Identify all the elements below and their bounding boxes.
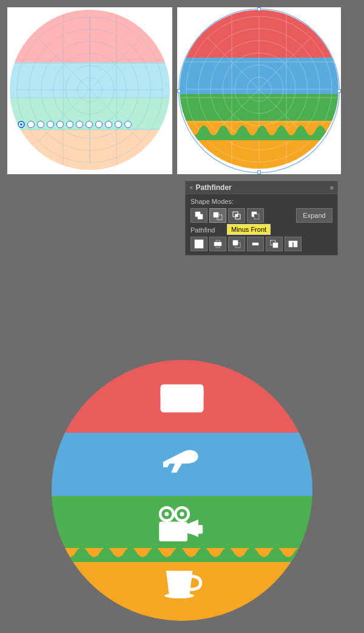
dot-9: [105, 121, 112, 128]
svg-point-61: [180, 512, 184, 516]
svg-rect-32: [198, 214, 203, 219]
unite-icon: [194, 211, 204, 220]
minus-front-icon: [213, 211, 223, 220]
svg-rect-66: [169, 595, 190, 597]
right-wavy-border: [180, 121, 339, 140]
right-polar-grid: [180, 10, 339, 169]
bottom-circle: [52, 360, 312, 621]
svg-rect-57: [160, 390, 203, 396]
dot-markers-row: [18, 121, 162, 128]
divide-button[interactable]: [285, 237, 302, 251]
dot-3: [47, 121, 54, 128]
svg-rect-62: [159, 521, 187, 541]
panel-header-left: × Pathfinder: [189, 183, 232, 192]
minus-back-button[interactable]: [266, 237, 283, 251]
shape-modes-label: Shape Modes:: [190, 198, 332, 205]
left-polar-grid: [10, 10, 170, 170]
dot-6: [76, 121, 83, 128]
svg-rect-40: [254, 214, 257, 217]
outline-icon: [251, 239, 260, 249]
divide-icon: [288, 239, 298, 249]
handle-left: [177, 89, 181, 93]
svg-rect-42: [199, 240, 203, 244]
svg-rect-49: [252, 243, 258, 245]
minus-back-icon: [269, 239, 279, 249]
right-diagram-section: [177, 7, 341, 174]
shape-modes-buttons: Expand: [190, 208, 332, 223]
bottom-circle-container: [52, 360, 312, 621]
dot-5: [66, 121, 73, 128]
top-diagrams: [0, 0, 364, 179]
svg-rect-52: [289, 242, 292, 247]
intersect-button[interactable]: [228, 208, 245, 223]
credit-card-icon-container: [158, 378, 206, 411]
svg-rect-43: [195, 244, 199, 248]
right-circle-diagram: [180, 10, 339, 169]
coffee-icon-container: [161, 563, 203, 600]
panel-close-button[interactable]: ×: [189, 184, 193, 191]
merge-button[interactable]: Minus Front: [209, 237, 226, 251]
dot-10: [115, 121, 122, 128]
panel-menu-button[interactable]: ≡: [330, 184, 334, 191]
intersect-icon: [232, 211, 241, 220]
right-diagram-wrapper: [177, 7, 341, 174]
panel-body: Shape Modes:: [186, 194, 337, 255]
exclude-icon: [251, 211, 260, 220]
minus-front-tooltip: Minus Front: [227, 224, 271, 235]
airplane-icon-container: [158, 444, 206, 480]
svg-rect-37: [235, 214, 238, 217]
panel-header: × Pathfinder ≡: [186, 181, 337, 194]
svg-rect-55: [160, 384, 203, 412]
coffee-cup-icon: [161, 560, 203, 603]
dot-4: [56, 121, 64, 128]
crop-icon: [232, 239, 241, 249]
svg-point-59: [164, 512, 169, 516]
unite-button[interactable]: [190, 208, 207, 223]
panel-title: Pathfinder: [195, 183, 231, 192]
svg-rect-45: [214, 242, 221, 246]
handle-bottom: [257, 171, 261, 174]
merge-icon: [213, 239, 223, 249]
minus-front-button[interactable]: [209, 208, 226, 223]
exclude-button[interactable]: [247, 208, 264, 223]
dot-8: [95, 121, 103, 128]
left-diagram-wrapper: [7, 7, 172, 174]
trim-button[interactable]: [190, 237, 207, 251]
svg-rect-41: [195, 240, 199, 244]
outline-button[interactable]: [247, 237, 264, 251]
expand-button[interactable]: Expand: [296, 208, 332, 223]
pathfind-buttons: Minus Front: [190, 237, 332, 251]
dot-2: [37, 121, 44, 128]
dot-target: [18, 121, 25, 128]
svg-rect-44: [199, 244, 203, 248]
dot-1: [27, 121, 35, 128]
handle-top: [257, 7, 261, 11]
svg-rect-54: [289, 241, 297, 242]
video-camera-icon: [155, 501, 209, 549]
airplane-icon: [158, 441, 206, 483]
dot-7: [86, 121, 93, 128]
trim-icon: [194, 239, 204, 249]
dot-11: [124, 121, 132, 128]
svg-marker-64: [187, 520, 198, 537]
crop-button[interactable]: [228, 237, 245, 251]
bottom-wavy-border: [52, 543, 312, 562]
camera-icon-container: [155, 504, 209, 546]
left-circle-diagram: [10, 10, 170, 170]
credit-card-icon: [158, 377, 206, 413]
handle-right: [337, 89, 341, 93]
svg-rect-53: [294, 242, 297, 247]
pathfinder-panel: × Pathfinder ≡ Shape Modes:: [185, 181, 338, 256]
